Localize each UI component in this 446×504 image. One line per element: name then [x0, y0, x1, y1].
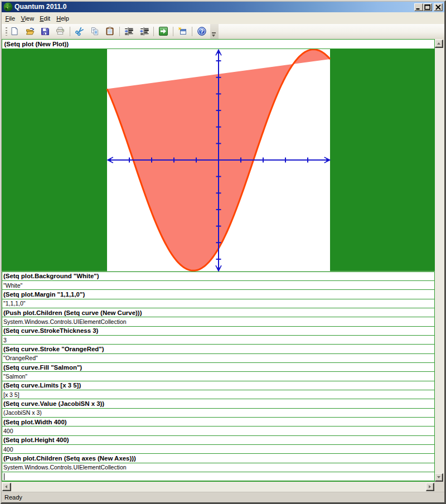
- svg-text:?: ?: [200, 28, 203, 35]
